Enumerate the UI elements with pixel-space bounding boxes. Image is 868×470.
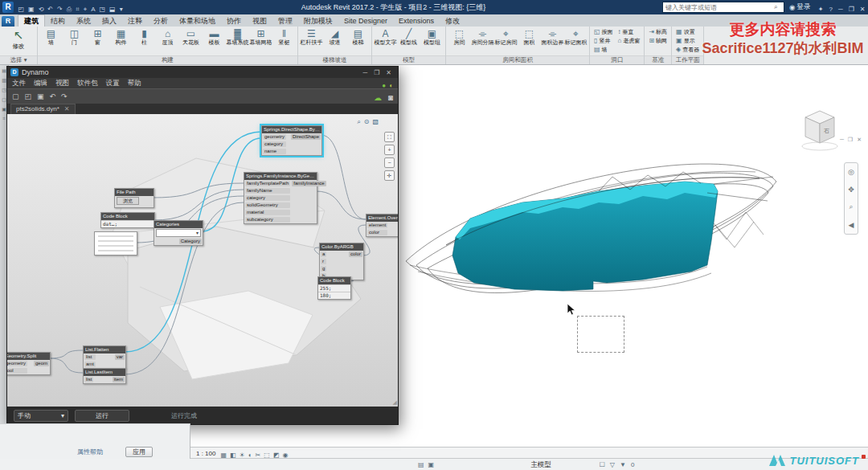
save-icon[interactable]: ▣ <box>28 6 35 13</box>
tab-系统[interactable]: 系统 <box>71 15 96 27</box>
output-port[interactable]: Category <box>179 239 202 244</box>
viewcube[interactable]: 右 <box>796 106 844 154</box>
restore-icon[interactable]: ❐ <box>849 6 854 13</box>
input-port[interactable]: list <box>84 354 96 360</box>
rewind-icon[interactable]: ◀ <box>849 221 854 229</box>
dyn-node-code-block-2[interactable]: Code Block255;180; <box>317 276 351 300</box>
input-port[interactable]: g <box>321 266 326 272</box>
tool-模型线[interactable]: ╱模型线 <box>397 27 420 47</box>
menu-视图[interactable]: 视图 <box>55 79 69 88</box>
presets-icon[interactable]: ⊙ <box>364 118 370 126</box>
export-workspace-icon[interactable]: ▧ <box>372 118 379 126</box>
steering-wheel-icon[interactable]: ◎ <box>848 168 854 176</box>
input-port[interactable]: familyTemplatePath <box>245 181 290 186</box>
tool-楼梯[interactable]: ▤楼梯 <box>346 27 370 47</box>
tool-按面[interactable]: ◱按面 <box>592 27 616 36</box>
pan-hand-icon[interactable]: ✥ <box>848 186 854 194</box>
tab-结构[interactable]: 结构 <box>45 15 71 27</box>
redo-icon[interactable]: ↷ <box>57 6 63 13</box>
search-canvas-icon[interactable]: ⌕ <box>357 118 360 126</box>
tab-建筑[interactable]: 建筑 <box>18 14 45 27</box>
tool-模型组[interactable]: ▣模型组 <box>420 27 444 47</box>
tab-协作[interactable]: 协作 <box>221 15 247 27</box>
output-port[interactable]: item <box>113 377 125 382</box>
tool-标记房间[interactable]: ⌖标记房间 <box>494 27 518 47</box>
tool-标高[interactable]: ⇥标高 <box>646 27 669 36</box>
select-group-label[interactable]: 选择 ▾ <box>0 55 37 64</box>
input-port[interactable]: subcategory <box>245 217 290 223</box>
measure-icon[interactable]: ⌗ <box>76 6 80 13</box>
tab-附加模块[interactable]: 附加模块 <box>298 15 338 27</box>
tool-标记面积[interactable]: ⌖标记面积 <box>564 27 588 47</box>
output-port[interactable]: color <box>349 251 362 257</box>
modify-label[interactable]: 修改 <box>13 43 25 51</box>
dyn-node-list-lastitem[interactable]: List.LastItemlistitem <box>83 368 126 384</box>
input-port[interactable]: element <box>367 223 387 228</box>
design-options-icon[interactable]: ▣ <box>428 461 435 468</box>
tool-门[interactable]: ◫门 <box>63 27 86 47</box>
dynamo-file-tab[interactable]: pts2solids.dyn* ✕ <box>10 104 76 114</box>
dyn-node-list-flatten[interactable]: List.Flattenlistamtvar <box>83 345 126 369</box>
dyn-node-color-argb[interactable]: Color.ByARGBargbcolor <box>319 243 364 280</box>
zoom-in-icon[interactable]: + <box>384 145 395 155</box>
input-port[interactable]: r <box>321 259 326 264</box>
publish-cloud-icon[interactable]: ☁ <box>374 93 382 102</box>
tab-注释[interactable]: 注释 <box>122 15 148 27</box>
view-close-icon[interactable]: ✕ <box>857 137 862 143</box>
dynamo-title-bar[interactable]: D Dynamo ─❐✕ <box>7 67 398 78</box>
run-mode-dropdown[interactable]: 手动 ▾ <box>14 410 68 422</box>
customize-qat-icon[interactable]: ▾ <box>120 6 123 13</box>
tool-墙[interactable]: ▤墙 <box>592 45 610 54</box>
editable-only-icon[interactable]: ☐ <box>600 461 605 468</box>
tab-Site Designer[interactable]: Site Designer <box>338 15 393 27</box>
menu-软件包[interactable]: 软件包 <box>77 79 98 88</box>
dyn-node-file-path[interactable]: File Path浏览 <box>114 188 154 208</box>
tool-楼板[interactable]: ▬楼板 <box>203 27 226 47</box>
dyn-node-element-override[interactable]: Element.OverrideColorInViewelementcolor <box>366 214 398 237</box>
scale-button[interactable]: 1 : 100 <box>196 450 215 457</box>
tool-柱[interactable]: ▮柱 <box>133 27 156 47</box>
section-icon[interactable]: ⬓ <box>109 6 116 13</box>
search-input[interactable] <box>663 3 774 11</box>
tool-天花板[interactable]: ▭天花板 <box>179 27 203 47</box>
sync-icon[interactable]: ⟲ <box>39 6 44 13</box>
signin-area[interactable]: ◉ 登录 <box>789 2 810 12</box>
input-port[interactable]: amt <box>84 362 96 367</box>
search-icon[interactable]: ⌕ <box>774 3 777 11</box>
search-box[interactable]: ⌕ <box>662 2 784 13</box>
view-icon[interactable]: ◳ <box>2 87 6 92</box>
filter-icon[interactable]: ▼ <box>620 461 626 468</box>
tool-面积边界[interactable]: ⌯面积边界 <box>541 27 564 47</box>
input-port[interactable]: a <box>321 251 326 257</box>
open-file-icon[interactable]: ◰ <box>25 92 32 100</box>
tab-管理[interactable]: 管理 <box>272 15 298 27</box>
signin-label[interactable]: 登录 <box>796 2 810 12</box>
tool-模型文字[interactable]: A模型文字 <box>374 27 397 47</box>
export-image-icon[interactable]: ◙ <box>388 93 393 102</box>
help-icon[interactable]: ? <box>829 6 833 13</box>
fit-view-icon[interactable]: ⛶ <box>384 132 395 142</box>
tool-屋顶[interactable]: ⌂屋顶 <box>156 27 179 47</box>
undo-icon[interactable]: ↶ <box>47 6 53 13</box>
browse-button[interactable]: 浏览 <box>117 197 139 205</box>
exchange-apps-icon[interactable]: ✦ <box>818 6 824 13</box>
dyn-node-family-instance[interactable]: Springs.FamilyInstance.ByGeometryfamilyT… <box>244 172 317 224</box>
filter-count[interactable]: 0 <box>631 461 634 468</box>
input-port[interactable]: familyName <box>245 188 290 194</box>
tab-close-icon[interactable]: ✕ <box>64 104 70 114</box>
menu-文件[interactable]: 文件 <box>12 79 26 88</box>
tool-窗[interactable]: ⊞窗 <box>86 27 109 47</box>
minimize-icon[interactable]: ─ <box>838 6 843 13</box>
input-port[interactable]: geometry <box>263 134 286 140</box>
properties-help-link[interactable]: 属性帮助 <box>77 448 103 456</box>
tool-竖井[interactable]: ▯竖井 <box>592 36 612 45</box>
input-port[interactable]: color <box>367 230 387 235</box>
tool-垂直[interactable]: ↕垂直 <box>616 27 637 36</box>
apply-button[interactable]: 应用 <box>125 447 153 457</box>
tool-轴网[interactable]: ⊞轴网 <box>646 36 669 45</box>
tab-插入[interactable]: 插入 <box>96 15 122 27</box>
menu-编辑[interactable]: 编辑 <box>34 79 47 88</box>
tag-icon[interactable]: ⌖ <box>84 6 88 13</box>
run-button[interactable]: 运行 <box>75 410 129 422</box>
zoom-icon[interactable]: ⌕ <box>849 202 853 211</box>
